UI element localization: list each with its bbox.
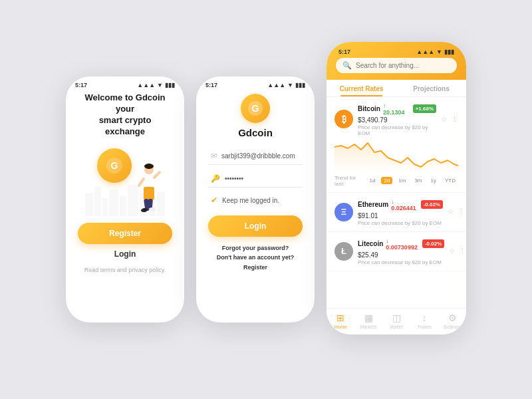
nav-markets[interactable]: ▦ Markets [354,313,382,329]
search-icon: 🔍 [342,61,352,70]
ethereum-price: $91.01 [358,212,443,219]
nav-trades[interactable]: ↕ Trades [410,313,438,329]
register-button[interactable]: Register [78,223,172,244]
status-time-2: 5:17 [205,82,217,88]
keep-logged-row[interactable]: ✔ Keep me logged in. [208,193,303,207]
nav-home-label: Home [334,325,347,329]
bitcoin-actions: ☆ ⋮ [441,115,458,124]
status-bar-2: 5:17 ▲▲▲ ▼ ▮▮▮ [196,76,315,90]
home-icon: ⊞ [336,313,344,323]
bitcoin-price-change: ↑ 20.1304 [383,102,408,116]
email-input[interactable] [221,152,306,160]
status-bar-3: 5:17 ▲▲▲ ▼ ▮▮▮ [336,46,457,57]
gdcoin-logo: G [241,94,270,123]
svg-rect-13 [144,187,154,200]
svg-point-20 [144,164,154,169]
nav-wallet[interactable]: ◫ Wallet [382,313,410,329]
coin-icon: G [97,148,132,183]
litecoin-card: Ł Litecoin ↓ 0.00730992 -0.02% $25.49 Pr… [327,232,466,271]
tab-current-rates[interactable]: Current Rates [327,80,396,96]
tab-projections[interactable]: Projections [396,80,466,96]
litecoin-name: Litecoin [358,240,383,247]
welcome-body: Welcome to Gdcoin your smart crypto exch… [66,90,184,323]
svg-line-19 [139,179,144,186]
search-input[interactable] [356,62,450,69]
ethereum-card: Ξ Ethereum ↓ 0.026441 -0.02% $91.01 Pric… [327,193,466,232]
trend-1y[interactable]: 1y [428,177,439,184]
litecoin-badge: -0.02% [422,239,444,248]
svg-rect-3 [109,190,118,216]
status-bar-1: 5:17 ▲▲▲ ▼ ▮▮▮ [66,76,184,90]
lock-icon: 🔑 [211,174,220,183]
bitcoin-badge: +1.68% [413,104,436,113]
password-input[interactable] [225,175,309,182]
password-field[interactable]: 🔑 [208,170,303,188]
terms-text: Read terms and privacy policy. [84,267,166,273]
gdcoin-logo-icon: G [247,100,264,117]
nav-home[interactable]: ⊞ Home [327,313,354,329]
wallet-icon: ◫ [392,313,401,323]
bitcoin-trend-row: Trend for last: 1d 2d 1m 3m 1y YTD [334,175,458,187]
bitcoin-more-icon[interactable]: ⋮ [451,115,458,124]
nav-markets-label: Markets [360,325,377,329]
login-text-button[interactable]: Login [114,249,136,259]
keep-logged-label: Keep me logged in. [222,197,279,204]
bitcoin-desc: Price can decrease by $20 by EOM [358,124,436,136]
gdcoin-symbol-icon: G [105,156,124,175]
nav-settings[interactable]: ⚙ Settings [438,313,466,329]
litecoin-price: $25.49 [358,251,444,259]
phone-welcome: 5:17 ▲▲▲ ▼ ▮▮▮ Welcome to Gdcoin your sm… [66,76,184,323]
svg-rect-1 [94,186,101,216]
ethereum-name: Ethereum [358,201,388,208]
phone-dashboard: 5:17 ▲▲▲ ▼ ▮▮▮ 🔍 Current Rates Projectio… [327,42,466,334]
ethereum-top: Ξ Ethereum ↓ 0.026441 -0.02% $91.01 Pric… [334,198,458,226]
settings-icon: ⚙ [448,313,457,323]
svg-rect-0 [85,193,93,216]
trend-2d[interactable]: 2d [381,177,392,184]
login-body: G Gdcoin ✉ 🔑 ✔ Keep me logged in. Login … [196,90,315,323]
welcome-title: Welcome to Gdcoin your smart crypto exch… [78,92,172,138]
app-name: Gdcoin [238,127,273,138]
ethereum-more-icon[interactable]: ⋮ [458,207,465,216]
trend-1m[interactable]: 1m [396,177,408,184]
bottom-navigation: ⊞ Home ▦ Markets ◫ Wallet ↕ Trades ⚙ Set… [327,308,466,334]
litecoin-desc: Price can decrease by $20 by EOM [358,259,444,265]
litecoin-price-change: ↓ 0.00730992 [386,237,418,251]
litecoin-more-icon[interactable]: ⋮ [459,247,466,255]
status-icons-3: ▲▲▲ ▼ ▮▮▮ [416,49,454,55]
trend-3m[interactable]: 3m [412,177,424,184]
litecoin-star-icon[interactable]: ☆ [449,247,456,255]
dashboard-header: 5:17 ▲▲▲ ▼ ▮▮▮ 🔍 [327,42,466,80]
ethereum-actions: ☆ ⋮ [448,207,465,216]
status-icons-2: ▲▲▲ ▼ ▮▮▮ [267,82,305,88]
ethereum-info: Ethereum ↓ 0.026441 -0.02% $91.01 Price … [358,198,443,226]
svg-rect-2 [102,198,108,216]
nav-trades-label: Trades [417,325,432,329]
litecoin-icon: Ł [334,242,353,261]
trend-ytd[interactable]: YTD [442,177,458,184]
trend-1d[interactable]: 1d [366,177,378,184]
welcome-illustration: G [85,143,165,216]
svg-text:G: G [252,103,259,114]
search-bar[interactable]: 🔍 [336,58,457,73]
status-icons-1: ▲▲▲ ▼ ▮▮▮ [137,82,175,88]
svg-text:G: G [111,160,118,171]
litecoin-info: Litecoin ↓ 0.00730992 -0.02% $25.49 Pric… [358,237,444,265]
status-time-1: 5:17 [75,82,87,88]
person-illustration-icon [130,163,162,216]
ethereum-desc: Price can decrease by $20 by EOM [358,220,443,226]
login-button[interactable]: Login [208,215,303,237]
bitcoin-star-icon[interactable]: ☆ [441,115,448,124]
bitcoin-name: Bitcoin [358,105,380,112]
crypto-list: ₿ Bitcoin ↑ 20.1304 +1.68% $3,490.79 Pri… [327,97,466,308]
tabs-row: Current Rates Projections [327,80,466,97]
register-link[interactable]: Register [243,264,267,271]
forgot-password-text: Forgot your password? Don't have an acco… [208,243,303,272]
svg-line-18 [154,172,160,178]
email-field[interactable]: ✉ [208,148,303,165]
litecoin-actions: ☆ ⋮ [449,247,466,255]
nav-wallet-label: Wallet [390,325,402,329]
ethereum-star-icon[interactable]: ☆ [448,207,454,216]
phone-login: 5:17 ▲▲▲ ▼ ▮▮▮ G Gdcoin ✉ 🔑 ✔ Keep me lo… [196,76,315,323]
nav-settings-label: Settings [444,325,460,329]
